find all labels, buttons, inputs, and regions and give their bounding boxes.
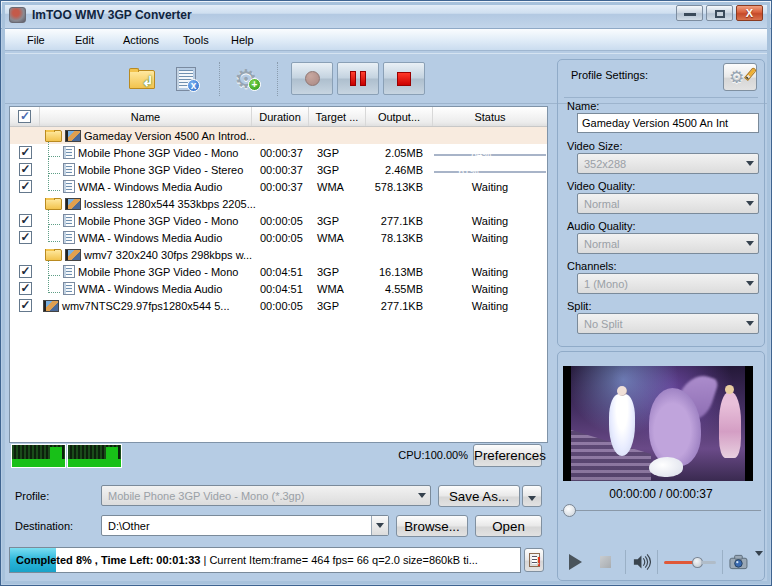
stop-playback-button[interactable] (600, 556, 611, 568)
column-status[interactable]: Status (433, 107, 547, 126)
item-target: 3GP (309, 266, 366, 278)
remove-file-button[interactable]: x (169, 63, 203, 95)
volume-slider[interactable] (664, 561, 694, 564)
group-name: wmv7 320x240 30fps 298kbps w... (84, 249, 252, 261)
item-status: Waiting (433, 181, 547, 193)
row-checkbox[interactable] (19, 231, 32, 244)
row-checkbox[interactable] (19, 265, 32, 278)
close-button[interactable]: X (736, 5, 763, 21)
column-duration[interactable]: Duration (252, 107, 309, 126)
close-icon: X (737, 6, 762, 20)
open-button[interactable]: Open (475, 515, 542, 537)
white-dress-figure (609, 394, 635, 456)
volume-icon[interactable] (632, 553, 651, 571)
channels-combobox[interactable]: 1 (Mono) (577, 273, 759, 294)
playback-controls (559, 546, 763, 578)
polar-bear-shape (649, 457, 683, 477)
file-list: Name Duration Target ... Output... Statu… (9, 106, 548, 443)
play-button[interactable] (569, 554, 582, 570)
audio-quality-combobox[interactable]: Normal (577, 233, 759, 254)
select-all-checkbox[interactable] (18, 110, 31, 123)
row-checkbox[interactable] (19, 180, 32, 193)
gear-icon: ⚙ (729, 67, 744, 88)
item-output: 16.13MB (366, 266, 433, 278)
minimize-button[interactable] (676, 5, 703, 21)
column-target[interactable]: Target ... (309, 107, 366, 126)
menu-actions[interactable]: Actions (123, 34, 183, 46)
item-name: wmv7NTSC29.97fps1280x544 5... (62, 300, 230, 312)
row-checkbox[interactable] (19, 282, 32, 295)
record-button[interactable] (291, 62, 333, 95)
edit-profile-button[interactable]: ⚙ (723, 63, 757, 91)
separator (625, 550, 626, 574)
log-button[interactable]: ! (524, 548, 544, 572)
item-name: WMA - Windows Media Audio (78, 181, 222, 193)
item-duration: 00:04:51 (252, 283, 309, 295)
status-bar: Completed 8% , Time Left: 00:01:33 | Cur… (9, 547, 521, 573)
pause-icon (350, 71, 366, 86)
item-duration: 00:00:05 (252, 232, 309, 244)
title-bar[interactable]: ImTOO WMV 3GP Converter X (1, 1, 772, 29)
profile-combobox[interactable]: Mobile Phone 3GP Video - Mono (*.3gp) (101, 485, 431, 506)
profile-name-input[interactable]: Gameday Version 4500 An Int (577, 113, 759, 133)
browse-button[interactable]: Browse... (396, 515, 468, 537)
seek-track[interactable] (561, 510, 761, 511)
tree-line (48, 141, 60, 157)
window-title: ImTOO WMV 3GP Converter (32, 8, 192, 22)
snapshot-camera-button[interactable] (729, 554, 748, 570)
item-name: Mobile Phone 3GP Video - Mono (78, 147, 238, 159)
save-as-button[interactable]: Save As... (438, 485, 520, 507)
menu-help[interactable]: Help (231, 34, 279, 46)
save-as-dropdown-button[interactable] (522, 485, 542, 507)
list-row-item[interactable]: WMA - Windows Media Audio 00:00:05 WMA 7… (10, 229, 547, 246)
folder-icon (45, 130, 62, 142)
row-checkbox[interactable] (19, 146, 32, 159)
row-checkbox[interactable] (19, 214, 32, 227)
preferences-button[interactable]: Preferences (473, 444, 542, 467)
menu-edit[interactable]: Edit (75, 34, 123, 46)
list-row-media[interactable]: wmv7NTSC29.97fps1280x544 5... 00:00:05 3… (10, 297, 547, 314)
add-profile-button[interactable]: ⚙ + (229, 63, 263, 95)
item-status: Waiting (433, 266, 547, 278)
item-duration: 00:00:37 (252, 164, 309, 176)
pause-button[interactable] (337, 62, 379, 95)
filmstrip-icon (43, 300, 59, 312)
list-row-item[interactable]: WMA - Windows Media Audio 00:04:51 WMA 4… (10, 280, 547, 297)
seek-knob[interactable] (563, 504, 576, 517)
chevron-down-icon (741, 154, 758, 173)
row-checkbox[interactable] (19, 299, 32, 312)
separator (564, 97, 758, 98)
menu-file[interactable]: File (27, 34, 75, 46)
column-name[interactable]: Name (40, 107, 252, 126)
split-combobox[interactable]: No Split (577, 313, 759, 334)
select-all-header[interactable] (10, 107, 40, 126)
group-name: lossless 1280x544 353kbps 2205... (84, 198, 256, 210)
chevron-down-icon[interactable] (371, 516, 388, 535)
item-duration: 00:00:05 (252, 215, 309, 227)
maximize-button[interactable] (706, 5, 733, 21)
menu-tools[interactable]: Tools (183, 34, 231, 46)
menu-bar: File Edit Actions Tools Help (5, 29, 767, 51)
snapshot-dropdown-button[interactable] (755, 556, 763, 568)
volume-track-rest[interactable] (701, 561, 716, 564)
tree-line (48, 226, 60, 242)
video-size-combobox[interactable]: 352x288 (577, 153, 759, 174)
item-status: Waiting (433, 283, 547, 295)
folder-icon (45, 249, 62, 261)
pencil-icon (744, 67, 757, 81)
record-icon (305, 71, 320, 86)
column-output[interactable]: Output... (366, 107, 433, 126)
item-output: 78.13KB (366, 232, 433, 244)
stop-button[interactable] (383, 62, 425, 95)
add-file-button[interactable]: ↲ (125, 63, 159, 95)
destination-combobox[interactable]: D:\Other (101, 515, 389, 536)
video-size-label: Video Size: (567, 140, 622, 152)
row-checkbox[interactable] (19, 163, 32, 176)
video-quality-combobox[interactable]: Normal (577, 193, 759, 214)
item-target: WMA (309, 283, 366, 295)
tree-line (48, 277, 60, 293)
item-duration: 00:04:51 (252, 266, 309, 278)
list-row-item[interactable]: WMA - Windows Media Audio 00:00:37 WMA 5… (10, 178, 547, 195)
item-duration: 00:00:05 (252, 300, 309, 312)
chevron-down-icon (741, 194, 758, 213)
